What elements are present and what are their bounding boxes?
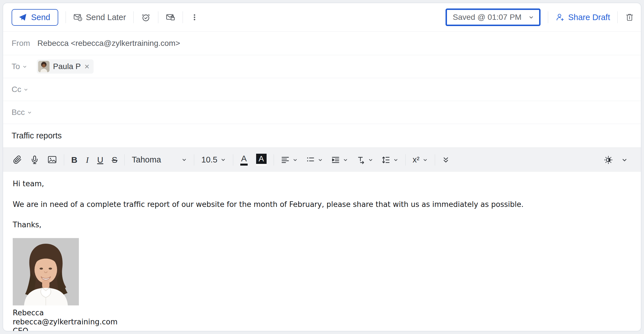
highlight-color-button[interactable]: A [252,151,271,168]
font-color-icon: A [240,154,248,166]
chevron-down-icon [318,157,323,162]
signature-photo [13,238,79,305]
saved-status-dropdown[interactable]: Saved @ 01:07 PM [446,8,540,26]
chevron-down-icon [23,87,28,92]
superscript-button[interactable]: x² [409,153,432,167]
cc-label[interactable]: Cc [12,85,28,94]
divider [435,154,435,166]
chevron-down-icon [221,157,226,162]
divider [548,11,548,23]
action-bar-right: Saved @ 01:07 PM Share Draft [446,8,634,26]
share-draft-label: Share Draft [568,13,610,22]
format-toolbar-right [600,153,632,167]
indent-button[interactable] [327,153,352,166]
align-icon [281,156,289,164]
mail-lock-icon [166,12,175,22]
italic-button[interactable]: I [82,153,93,167]
underline-button[interactable]: U [93,153,108,167]
microphone-icon [30,155,39,164]
font-family-value: Tahoma [132,155,161,164]
send-button[interactable]: Send [12,9,58,26]
line-spacing-button[interactable] [377,153,403,166]
more-formatting-button[interactable] [438,154,454,166]
reminder-button[interactable] [141,12,151,22]
from-row: From Rebecca <rebecca@zylkertraining.com… [3,31,641,55]
to-label[interactable]: To [12,62,27,71]
recipient-chip[interactable]: Paula P × [37,59,94,74]
bullet-list-button[interactable] [302,153,327,166]
chevron-down-icon [181,157,187,162]
cc-row[interactable]: Cc [3,78,641,101]
divider [617,11,618,23]
action-bar-left: Send Send Later [12,9,199,26]
divider [274,154,274,166]
align-button[interactable] [277,153,302,166]
chevron-down-icon [293,157,298,162]
body-closing: Thanks, [13,220,631,230]
editor-options-button[interactable] [617,155,632,165]
format-toolbar: B I U S Tahoma 10.5 A A [3,147,641,172]
divider [64,154,64,166]
line-spacing-icon [382,156,390,164]
divider [183,11,183,23]
font-color-button[interactable]: A [236,152,252,168]
bcc-label[interactable]: Bcc [12,108,32,117]
attach-file-button[interactable] [9,153,26,166]
chevron-down-icon [343,157,348,162]
chevron-down-icon [27,110,32,115]
font-family-select[interactable]: Tahoma [127,153,191,167]
image-icon [47,155,57,164]
from-address: Rebecca <rebecca@zylkertraining.com> [37,39,180,48]
font-size-value: 10.5 [201,155,217,164]
to-row[interactable]: To Paula P × [3,55,641,78]
paper-plane-icon [18,13,27,22]
signature-title: CEO [13,326,631,331]
remove-recipient-icon[interactable]: × [85,62,90,71]
alarm-check-icon [141,12,151,22]
text-direction-button[interactable] [352,153,377,166]
double-chevron-down-icon [442,156,449,164]
strikethrough-button[interactable]: S [107,153,122,167]
recipient-avatar [38,61,49,72]
editor-theme-button[interactable] [600,153,617,167]
send-button-label: Send [31,13,50,22]
from-label: From [12,39,30,48]
bold-button[interactable]: B [67,153,82,167]
recipient-chip-name: Paula P [53,62,81,71]
superscript-icon: x² [413,155,420,164]
delete-draft-button[interactable] [625,13,634,22]
body-greeting: Hi team, [13,179,631,189]
send-later-icon [73,13,82,22]
divider [233,154,233,166]
chevron-down-icon [621,157,628,163]
voice-record-button[interactable] [26,153,43,166]
compose-window: Send Send Later [3,3,641,331]
share-draft-button[interactable]: Share Draft [556,13,610,22]
chevron-down-icon [423,157,428,162]
insert-image-button[interactable] [43,153,61,167]
font-size-select[interactable]: 10.5 [197,153,230,167]
divider [66,11,66,23]
chevron-down-icon [22,64,27,69]
bcc-row[interactable]: Bcc [3,101,641,124]
contrast-sun-icon [604,155,613,164]
person-plus-icon [556,13,565,22]
secure-pass-button[interactable] [166,12,175,22]
format-toolbar-left: B I U S Tahoma 10.5 A A [9,151,454,168]
bullet-list-icon [306,156,315,164]
saved-status-text: Saved @ 01:07 PM [453,13,521,22]
send-later-button[interactable]: Send Later [73,13,126,22]
signature-name: Rebecca [13,308,631,317]
indent-icon [331,156,340,164]
send-later-label: Send Later [86,13,126,22]
chevron-down-icon [368,157,373,162]
chevron-down-icon [393,157,398,162]
trash-icon [625,13,634,22]
more-options-button[interactable] [190,13,199,22]
chevron-down-icon [528,14,534,20]
kebab-menu-icon [190,13,199,22]
divider [133,11,134,23]
subject-row[interactable]: Traffic reports [3,124,641,147]
message-editor[interactable]: Hi team, We are in need of a complete tr… [3,172,641,331]
subject-input[interactable]: Traffic reports [12,131,62,140]
